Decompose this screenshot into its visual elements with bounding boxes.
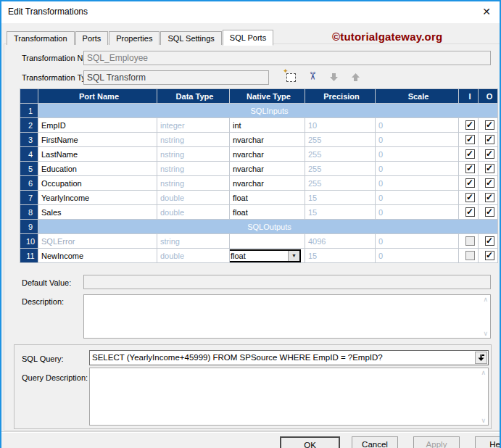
checkbox-checked[interactable]: ✓ (465, 135, 475, 144)
description-textarea[interactable]: ∧ ∨ (83, 294, 491, 339)
port-name-cell[interactable]: EmpID (38, 118, 157, 133)
description-label: Description: (22, 297, 64, 306)
row-number[interactable]: 8 (20, 205, 38, 220)
cancel-button[interactable]: Cancel (352, 436, 398, 448)
input-checkbox-cell: ✓ (459, 162, 479, 176)
sql-query-input[interactable]: SELECT (YearlyIncome+45999) FROM SPSourc… (89, 350, 489, 365)
row-number[interactable]: 11 (20, 249, 38, 263)
section-row: 1SQLInputs (20, 104, 498, 118)
checkbox-checked[interactable]: ✓ (465, 193, 475, 202)
row-number[interactable]: 1 (20, 104, 38, 118)
tab-sql-ports[interactable]: SQL Ports (223, 30, 273, 46)
row-number[interactable]: 2 (20, 118, 38, 133)
port-name-cell[interactable]: YearlyIncome (38, 191, 157, 205)
native-type-cell[interactable]: nvarchar (230, 133, 305, 147)
native-type-cell[interactable]: nvarchar (230, 162, 305, 176)
col-header-precision: Precision (305, 89, 376, 104)
section-label: SQLOutputs (38, 220, 498, 234)
checkbox-checked[interactable]: ✓ (465, 207, 475, 217)
tab-sql-settings[interactable]: SQL Settings (160, 31, 221, 45)
col-header-scale: Scale (376, 89, 459, 104)
native-type-cell[interactable]: int (230, 118, 305, 133)
col-header-data-type: Data Type (157, 89, 230, 104)
checkbox-checked[interactable]: ✓ (485, 135, 494, 144)
separator-highlight (1, 432, 501, 433)
native-type-cell[interactable]: nvarchar (230, 176, 305, 191)
add-port-star: ✦ (283, 67, 289, 75)
scale-cell: 0 (376, 162, 459, 176)
native-type-cell[interactable]: float (230, 191, 305, 205)
data-type-cell: nstring (157, 176, 230, 191)
data-type-cell: nstring (157, 133, 230, 147)
checkbox-checked[interactable]: ✓ (485, 193, 494, 202)
checkbox-checked[interactable]: ✓ (485, 164, 494, 173)
native-type-combobox[interactable]: float▼ (230, 249, 302, 262)
input-checkbox-cell: ✓ (459, 176, 479, 191)
native-type-cell[interactable]: float (230, 205, 305, 220)
port-row: 11NewIncomedoublefloat▼150✓ (20, 249, 498, 263)
checkbox-checked[interactable]: ✓ (485, 251, 494, 260)
checkbox-checked[interactable]: ✓ (485, 178, 494, 188)
query-dropdown-button[interactable] (475, 352, 487, 364)
row-number[interactable]: 7 (20, 191, 38, 205)
row-number[interactable]: 6 (20, 176, 38, 191)
checkbox-checked[interactable]: ✓ (485, 120, 494, 130)
native-type-cell[interactable]: float▼ (230, 249, 305, 263)
scale-cell: 0 (376, 147, 459, 162)
move-up-icon (349, 71, 362, 84)
tab-transformation[interactable]: Transformation (7, 31, 75, 45)
row-number[interactable]: 4 (20, 147, 38, 162)
row-number[interactable]: 3 (20, 133, 38, 147)
query-description-label: Query Description: (22, 373, 88, 382)
scroll-down-icon: ∨ (483, 330, 488, 337)
checkbox-checked[interactable]: ✓ (485, 207, 494, 217)
query-description-textarea[interactable]: ∧ ∨ (89, 368, 489, 426)
output-checkbox-cell: ✓ (479, 147, 498, 162)
window-title: Edit Transformations (8, 7, 88, 17)
port-name-cell[interactable]: SQLError (38, 234, 157, 249)
tab-properties[interactable]: Properties (109, 31, 160, 45)
close-icon[interactable]: ✕ (482, 6, 491, 17)
port-name-cell[interactable]: Education (38, 162, 157, 176)
port-name-cell[interactable]: Sales (38, 205, 157, 220)
output-checkbox-cell: ✓ (479, 118, 498, 133)
default-value-label: Default Value: (22, 278, 71, 287)
port-name-cell[interactable]: Occupation (38, 176, 157, 191)
row-number[interactable]: 10 (20, 234, 38, 249)
scroll-down-icon: ∨ (481, 417, 486, 424)
precision-cell: 255 (305, 147, 376, 162)
checkbox-checked[interactable]: ✓ (465, 149, 475, 159)
col-header-native-type: Native Type (230, 89, 305, 104)
native-type-cell[interactable]: nvarchar (230, 147, 305, 162)
precision-cell: 10 (305, 118, 376, 133)
scale-cell: 0 (376, 249, 459, 263)
tab-ports[interactable]: Ports (75, 31, 109, 45)
combobox-arrow-icon[interactable]: ▼ (288, 251, 299, 261)
input-checkbox-cell: ✓ (459, 191, 479, 205)
scale-cell: 0 (376, 191, 459, 205)
cut-port-icon[interactable]: ✂ (306, 70, 319, 83)
input-checkbox-cell: ✓ (459, 147, 479, 162)
help-button[interactable]: Help (475, 436, 501, 448)
checkbox-checked[interactable]: ✓ (485, 236, 494, 246)
row-number[interactable]: 9 (20, 220, 38, 234)
native-type-cell[interactable] (230, 234, 305, 249)
port-name-cell[interactable]: FirstName (38, 133, 157, 147)
add-port-icon[interactable]: ✦ (284, 70, 297, 83)
checkbox-checked[interactable]: ✓ (465, 164, 475, 173)
port-name-cell[interactable]: LastName (38, 147, 157, 162)
scroll-up-icon: ∧ (481, 369, 486, 376)
checkbox-checked[interactable]: ✓ (465, 120, 475, 130)
col-header-port-name: Port Name (38, 89, 157, 104)
port-row: 3FirstNamenstringnvarchar2550✓✓ (20, 133, 498, 147)
checkbox-checked[interactable]: ✓ (465, 178, 475, 188)
ok-button[interactable]: OK (280, 436, 340, 448)
combobox-value: float (230, 251, 289, 261)
row-number[interactable]: 5 (20, 162, 38, 176)
data-type-cell: double (157, 249, 230, 263)
port-name-cell[interactable]: NewIncome (38, 249, 157, 263)
ports-table: Port NameData TypeNative TypePrecisionSc… (20, 88, 498, 263)
output-checkbox-cell: ✓ (479, 191, 498, 205)
checkbox-unchecked (465, 251, 475, 260)
checkbox-checked[interactable]: ✓ (485, 149, 494, 159)
